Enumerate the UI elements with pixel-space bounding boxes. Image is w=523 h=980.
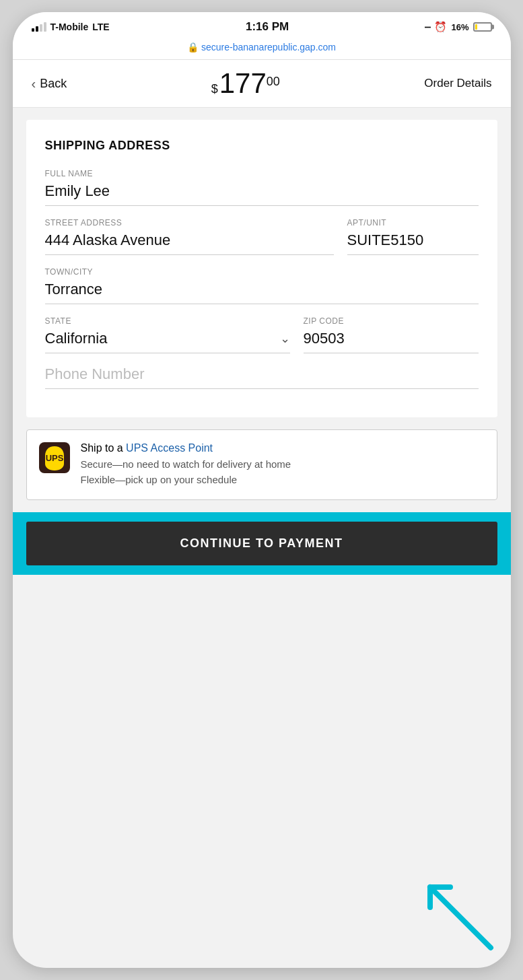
- phone-frame: T-Mobile LTE 1:16 PM ⎼ ⏰ 16% 🔒secure-ban…: [13, 12, 511, 968]
- arrow-annotation: [417, 874, 497, 954]
- arrow-icon: [417, 874, 497, 954]
- ups-text: Ship to a UPS Access Point Secure—no nee…: [81, 442, 291, 487]
- apt-unit-input[interactable]: SUITE5150: [347, 232, 479, 255]
- order-price: $ 177 00: [211, 69, 280, 98]
- alarm-icon: ⏰: [434, 21, 447, 33]
- street-address-group: STREET ADDRESS 444 Alaska Avenue: [45, 218, 334, 255]
- ups-title: Ship to a UPS Access Point: [81, 442, 291, 454]
- svg-text:UPS: UPS: [45, 453, 63, 463]
- state-select[interactable]: California ⌄: [45, 330, 290, 353]
- street-address-label: STREET ADDRESS: [45, 218, 334, 228]
- time-label: 1:16 PM: [246, 20, 289, 34]
- location-icon: ⎼: [425, 22, 430, 32]
- state-value: California: [45, 330, 108, 347]
- ups-prefix: Ship to a: [81, 442, 127, 454]
- phone-number-field: Phone Number: [45, 365, 479, 389]
- section-title: SHIPPING ADDRESS: [45, 139, 479, 153]
- full-name-input[interactable]: Emily Lee: [45, 182, 479, 206]
- town-city-input[interactable]: Torrance: [45, 281, 479, 304]
- continue-to-payment-button[interactable]: CONTINUE TO PAYMENT: [26, 522, 497, 565]
- ups-access-point-box[interactable]: UPS Ship to a UPS Access Point Secure—no…: [26, 429, 497, 500]
- street-address-input[interactable]: 444 Alaska Avenue: [45, 232, 334, 255]
- apt-unit-group: APT/UNIT SUITE5150: [347, 218, 479, 255]
- full-name-field: FULL NAME Emily Lee: [45, 169, 479, 206]
- carrier-label: T-Mobile: [50, 22, 89, 32]
- status-bar: T-Mobile LTE 1:16 PM ⎼ ⏰ 16%: [13, 12, 511, 39]
- status-left: T-Mobile LTE: [32, 22, 110, 32]
- zip-code-input[interactable]: 90503: [304, 330, 479, 353]
- url-text: secure-bananarepublic.gap.com: [201, 42, 336, 53]
- battery-icon: [473, 22, 492, 32]
- ups-link[interactable]: UPS Access Point: [126, 442, 213, 454]
- state-zip-row: STATE California ⌄ ZIP CODE 90503: [45, 316, 479, 353]
- network-label: LTE: [92, 22, 109, 32]
- apt-unit-label: APT/UNIT: [347, 218, 479, 228]
- button-area: CONTINUE TO PAYMENT: [13, 512, 511, 575]
- chevron-down-icon: ⌄: [280, 331, 290, 346]
- zip-code-group: ZIP CODE 90503: [304, 316, 479, 353]
- town-city-field: TOWN/CITY Torrance: [45, 267, 479, 304]
- status-right: ⎼ ⏰ 16%: [425, 21, 491, 33]
- shipping-address-form: SHIPPING ADDRESS FULL NAME Emily Lee STR…: [26, 120, 497, 417]
- town-city-label: TOWN/CITY: [45, 267, 479, 277]
- nav-bar: ‹ Back $ 177 00 Order Details: [13, 60, 511, 108]
- lock-icon: 🔒: [187, 42, 199, 53]
- back-label: Back: [40, 77, 67, 91]
- state-group: STATE California ⌄: [45, 316, 290, 353]
- signal-bars-icon: [32, 22, 46, 32]
- price-cents: 00: [267, 69, 280, 89]
- url-bar[interactable]: 🔒secure-bananarepublic.gap.com: [13, 39, 511, 60]
- zip-code-label: ZIP CODE: [304, 316, 479, 326]
- ups-line2: Flexible—pick up on your schedule: [81, 474, 238, 485]
- ups-logo-icon: UPS: [39, 442, 70, 473]
- battery-percent-label: 16%: [451, 22, 468, 32]
- order-details-button[interactable]: Order Details: [424, 77, 491, 90]
- svg-line-2: [430, 887, 491, 948]
- price-main: 177: [219, 69, 267, 98]
- back-chevron-icon: ‹: [32, 76, 36, 92]
- street-apt-row: STREET ADDRESS 444 Alaska Avenue APT/UNI…: [45, 218, 479, 255]
- ups-description: Secure—no need to watch for delivery at …: [81, 457, 291, 487]
- ups-line1: Secure—no need to watch for delivery at …: [81, 458, 291, 470]
- phone-number-input[interactable]: Phone Number: [45, 365, 479, 389]
- battery-fill: [475, 24, 478, 30]
- full-name-label: FULL NAME: [45, 169, 479, 178]
- price-symbol: $: [211, 82, 218, 96]
- state-label: STATE: [45, 316, 290, 326]
- back-button[interactable]: ‹ Back: [32, 76, 67, 92]
